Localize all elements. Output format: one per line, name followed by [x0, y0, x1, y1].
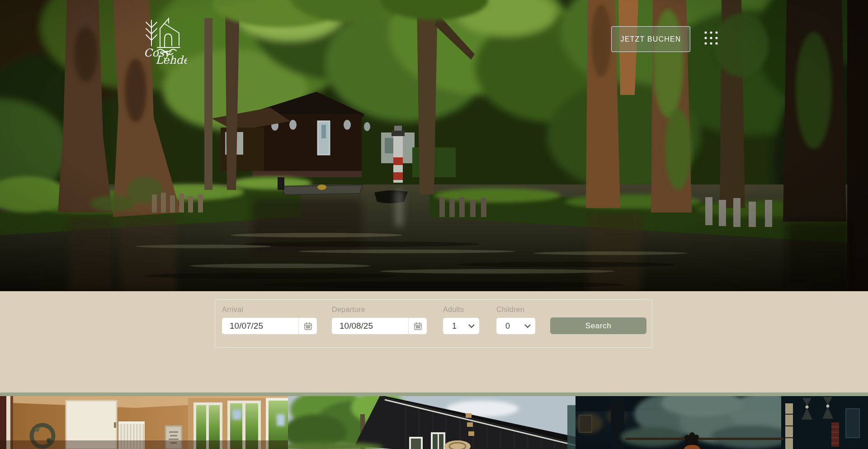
departure-calendar-button[interactable] — [408, 318, 427, 334]
gallery-image-exterior[interactable] — [288, 396, 576, 449]
gallery-image-interior[interactable] — [0, 396, 288, 449]
calendar-icon — [303, 321, 313, 331]
booking-panel: Arrival — [215, 299, 652, 348]
hero-section: Cosy Lehde JETZT BUCHEN — [0, 0, 868, 291]
adults-select[interactable]: 1 — [443, 318, 479, 334]
adults-selected-value: 1 — [452, 321, 457, 331]
adults-field-group: Adults 1 — [443, 306, 479, 334]
departure-input-wrap — [332, 318, 427, 334]
departure-field-group: Departure — [332, 306, 427, 334]
arrival-field-group: Arrival — [222, 306, 317, 334]
arrival-calendar-button[interactable] — [298, 318, 317, 334]
children-select[interactable]: 0 — [496, 318, 535, 334]
section-separator-bar — [0, 392, 868, 396]
arrival-date-input[interactable] — [222, 318, 298, 334]
chevron-down-icon — [524, 324, 531, 328]
arrival-label: Arrival — [222, 306, 317, 314]
departure-date-input[interactable] — [332, 318, 408, 334]
photo-gallery-strip — [0, 396, 868, 449]
calendar-icon — [413, 321, 423, 331]
search-button[interactable]: Search — [550, 317, 646, 334]
interior-photo — [0, 396, 288, 449]
house-and-branch-logo-icon: Cosy Lehde — [144, 15, 187, 65]
dots-menu-button[interactable] — [700, 27, 722, 49]
adults-label: Adults — [443, 306, 479, 314]
gallery-image-night[interactable] — [576, 396, 868, 449]
booking-section: Arrival — [0, 291, 868, 392]
hero-image — [0, 0, 868, 291]
night-scene-photo — [576, 396, 868, 449]
children-selected-value: 0 — [505, 321, 510, 331]
house-exterior-photo — [288, 396, 576, 449]
site-logo[interactable]: Cosy Lehde — [144, 15, 187, 65]
logo-text-lehde: Lehde — [156, 54, 187, 65]
arrival-input-wrap — [222, 318, 317, 334]
chevron-down-icon — [468, 324, 475, 328]
children-label: Children — [496, 306, 535, 314]
jetzt-buchen-button[interactable]: JETZT BUCHEN — [611, 26, 690, 52]
dots-grid-menu-icon — [703, 30, 719, 46]
departure-label: Departure — [332, 306, 427, 314]
children-field-group: Children 0 — [496, 306, 535, 334]
